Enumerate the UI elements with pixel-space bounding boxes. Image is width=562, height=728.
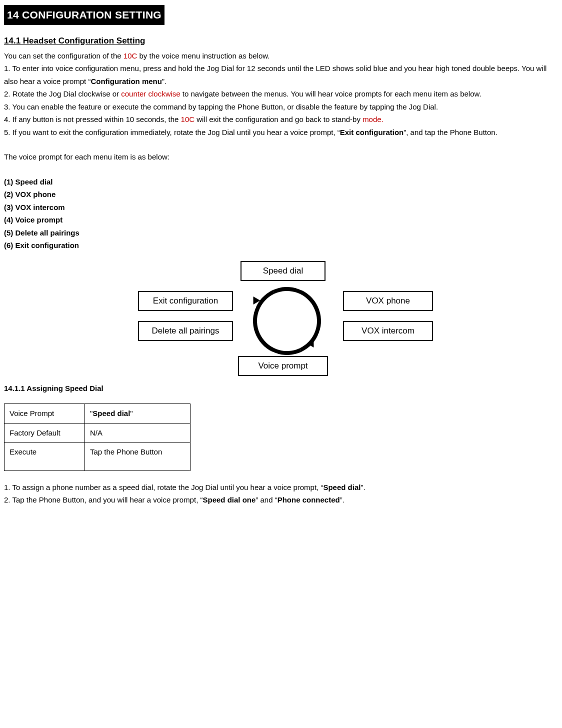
- cell-label: Execute: [4, 442, 85, 471]
- cell-label: Voice Prompt: [4, 404, 85, 424]
- text: will exit the configuration and go back …: [194, 115, 362, 124]
- table-row: Voice Prompt "Speed dial": [4, 404, 190, 424]
- diagram-label-top: Speed dial: [240, 261, 326, 282]
- diagram-label-top-left: Exit configuration: [138, 291, 233, 312]
- text: by the voice menu instruction as below.: [137, 52, 270, 60]
- cell-label: Factory Default: [4, 423, 85, 442]
- text: ”.: [162, 77, 166, 86]
- product-name: 10C: [181, 115, 195, 124]
- menu-item: (3) VOX intercom: [4, 201, 562, 214]
- text: ": [130, 409, 132, 418]
- text: to navigate between the menus. You will …: [180, 90, 482, 98]
- text: ” and “: [256, 496, 277, 504]
- step-1: 1. To enter into voice configuration men…: [4, 62, 562, 88]
- text: You can set the configuration of the: [4, 52, 124, 60]
- cell-value: N/A: [85, 423, 190, 442]
- text: 1. To enter into voice configuration men…: [4, 64, 546, 86]
- menu-item: (1) Speed dial: [4, 176, 562, 188]
- step-3: 3. You can enable the feature or execute…: [4, 100, 562, 114]
- assign-step-2: 2. Tap the Phone Button, and you will he…: [4, 494, 562, 506]
- jog-dial-diagram: Speed dial Exit configuration VOX phone …: [108, 261, 458, 376]
- menu-item: (2) VOX phone: [4, 188, 562, 201]
- text: ”, and tap the Phone Button.: [404, 128, 498, 136]
- table-row: Factory Default N/A: [4, 423, 190, 442]
- text: 4. If any button is not pressed within 1…: [4, 115, 181, 124]
- text: 2. Tap the Phone Button, and you will he…: [4, 496, 202, 504]
- cell-value: Tap the Phone Button: [85, 442, 190, 471]
- menu-item: (5) Delete all pairings: [4, 226, 562, 240]
- text: ”.: [340, 496, 344, 504]
- diagram-label-bottom: Voice prompt: [238, 356, 328, 376]
- cell-value: "Speed dial": [85, 404, 190, 424]
- menu-item-list: (1) Speed dial (2) VOX phone (3) VOX int…: [4, 176, 562, 252]
- speed-dial-table: Voice Prompt "Speed dial" Factory Defaul…: [4, 404, 190, 471]
- subsubsection-title: 14.1.1 Assigning Speed Dial: [4, 382, 562, 395]
- text: 1. To assign a phone number as a speed d…: [4, 483, 323, 492]
- step-5: 5. If you want to exit the configuration…: [4, 126, 562, 139]
- highlight: mode.: [362, 115, 384, 124]
- menu-item: (4) Voice prompt: [4, 214, 562, 226]
- text: 5. If you want to exit the configuration…: [4, 128, 340, 136]
- text: ”.: [360, 483, 365, 492]
- voice-prompt-value: Speed dial: [92, 409, 130, 418]
- assign-step-1: 1. To assign a phone number as a speed d…: [4, 481, 562, 494]
- voice-prompt-label: Phone connected: [278, 496, 340, 504]
- product-name: 10C: [124, 52, 138, 60]
- diagram-label-bottom-right: VOX intercom: [343, 321, 433, 342]
- subsection-title: 14.1 Headset Configuration Setting: [4, 34, 562, 48]
- voice-prompt-label: Speed dial one: [202, 496, 256, 504]
- intro-line: You can set the configuration of the 10C…: [4, 50, 562, 62]
- diagram-label-bottom-left: Delete all pairings: [138, 321, 233, 342]
- voice-prompt-label: Speed dial: [323, 483, 360, 492]
- step-2: 2. Rotate the Jog Dial clockwise or coun…: [4, 88, 562, 100]
- prompt-lead: The voice prompt for each menu item is a…: [4, 150, 562, 164]
- diagram-label-top-right: VOX phone: [343, 291, 433, 312]
- menu-item: (6) Exit configuration: [4, 239, 562, 252]
- voice-prompt-label: Exit configuration: [340, 128, 404, 136]
- highlight: counter clockwise: [121, 90, 180, 98]
- step-4: 4. If any button is not pressed within 1…: [4, 113, 562, 126]
- table-row: Execute Tap the Phone Button: [4, 442, 190, 471]
- text: 2. Rotate the Jog Dial clockwise or: [4, 90, 121, 98]
- rotation-arrows-icon: [258, 281, 308, 356]
- voice-prompt-label: Configuration menu: [90, 77, 162, 86]
- section-title: 14 CONFIGURATION SETTING: [4, 5, 164, 25]
